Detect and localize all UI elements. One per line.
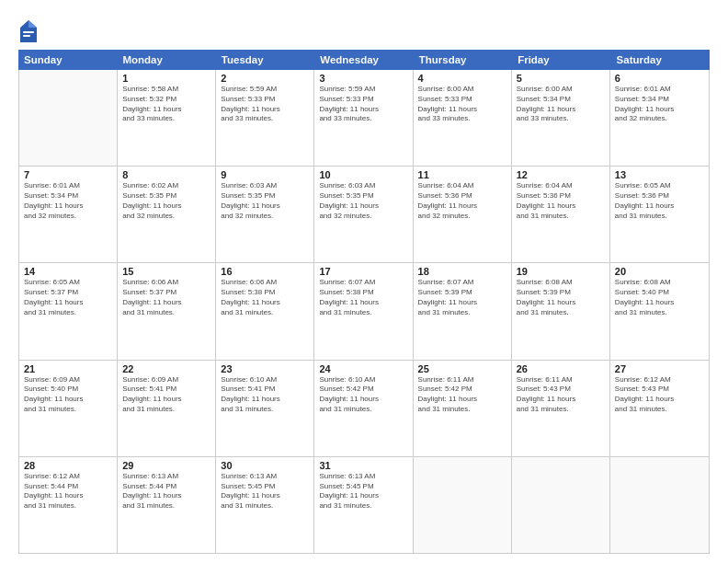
calendar-day-19: 19Sunrise: 6:08 AMSunset: 5:39 PMDayligh… [512, 263, 610, 359]
cell-info-line: Sunrise: 6:07 AM [418, 278, 506, 288]
cell-info-line: Sunset: 5:36 PM [418, 191, 506, 201]
cell-info-line: Sunrise: 6:11 AM [517, 375, 605, 385]
cell-info-line: Sunrise: 6:09 AM [24, 375, 112, 385]
cell-info-line: and 31 minutes. [122, 501, 210, 511]
cell-info-line: Sunrise: 6:11 AM [418, 375, 506, 385]
day-number: 8 [122, 169, 210, 180]
cell-info-line: Daylight: 11 hours [122, 298, 210, 308]
cell-info-line: and 31 minutes. [517, 405, 605, 415]
day-number: 15 [122, 266, 210, 277]
day-number: 30 [221, 460, 309, 471]
cell-info-line: Daylight: 11 hours [24, 298, 112, 308]
cell-info-line: and 33 minutes. [517, 114, 605, 124]
cell-info-line: and 31 minutes. [319, 308, 407, 318]
cell-info-line: Daylight: 11 hours [615, 298, 704, 308]
cell-info-line: Daylight: 11 hours [418, 395, 506, 405]
calendar-day-20: 20Sunrise: 6:08 AMSunset: 5:40 PMDayligh… [610, 263, 709, 359]
cell-info-line: and 33 minutes. [122, 114, 210, 124]
cell-info-line: and 32 minutes. [418, 212, 506, 222]
calendar-day-7: 7Sunrise: 6:01 AMSunset: 5:34 PMDaylight… [19, 167, 118, 262]
svg-rect-2 [23, 31, 34, 33]
cell-info-line: Sunrise: 6:13 AM [122, 472, 210, 482]
cell-info-line: Daylight: 11 hours [221, 201, 309, 212]
cell-info-line: Sunset: 5:44 PM [122, 482, 210, 492]
calendar: SundayMondayTuesdayWednesdayThursdayFrid… [18, 50, 710, 554]
cell-info-line: Sunset: 5:34 PM [24, 191, 112, 201]
cell-info-line: Sunset: 5:40 PM [24, 385, 112, 395]
day-number: 20 [615, 266, 704, 277]
cell-info-line: and 32 minutes. [122, 212, 210, 222]
cell-info-line: Sunset: 5:37 PM [24, 288, 112, 298]
calendar-week-3: 14Sunrise: 6:05 AMSunset: 5:37 PMDayligh… [19, 263, 709, 360]
cell-info-line: Sunrise: 6:03 AM [221, 181, 309, 191]
day-number: 24 [319, 363, 407, 374]
cell-info-line: and 31 minutes. [418, 308, 506, 318]
day-number: 11 [418, 169, 506, 180]
day-number: 23 [221, 363, 309, 374]
calendar-day-25: 25Sunrise: 6:11 AMSunset: 5:42 PMDayligh… [414, 361, 512, 456]
calendar-day-16: 16Sunrise: 6:06 AMSunset: 5:38 PMDayligh… [216, 263, 314, 359]
cell-info-line: Daylight: 11 hours [418, 201, 506, 212]
cell-info-line: Daylight: 11 hours [221, 298, 309, 308]
cell-info-line: and 31 minutes. [24, 501, 112, 511]
calendar-empty-cell [414, 457, 512, 553]
cell-info-line: Sunset: 5:42 PM [418, 385, 506, 395]
day-number: 26 [517, 363, 605, 374]
calendar-body-wrap: 1Sunrise: 5:58 AMSunset: 5:32 PMDaylight… [18, 70, 710, 554]
cell-info-line: Sunset: 5:35 PM [122, 191, 210, 201]
header-day-saturday: Saturday [611, 50, 710, 70]
calendar-day-3: 3Sunrise: 5:59 AMSunset: 5:33 PMDaylight… [314, 70, 413, 166]
day-number: 4 [418, 73, 506, 84]
cell-info-line: Sunrise: 6:06 AM [122, 278, 210, 288]
day-number: 18 [418, 266, 506, 277]
cell-info-line: and 31 minutes. [221, 501, 309, 511]
cell-info-line: Sunrise: 6:08 AM [517, 278, 605, 288]
cell-info-line: and 32 minutes. [24, 212, 112, 222]
calendar-day-13: 13Sunrise: 6:05 AMSunset: 5:36 PMDayligh… [610, 167, 709, 262]
calendar-day-22: 22Sunrise: 6:09 AMSunset: 5:41 PMDayligh… [118, 361, 216, 456]
svg-marker-1 [28, 20, 37, 28]
cell-info-line: Daylight: 11 hours [319, 298, 407, 308]
cell-info-line: Sunrise: 6:12 AM [615, 375, 704, 385]
cell-info-line: and 31 minutes. [615, 308, 704, 318]
cell-info-line: Sunrise: 5:59 AM [319, 85, 407, 95]
cell-info-line: Sunrise: 6:07 AM [319, 278, 407, 288]
cell-info-line: Daylight: 11 hours [319, 201, 407, 212]
calendar-empty-cell [19, 70, 118, 166]
cell-info-line: and 31 minutes. [517, 212, 605, 222]
calendar-empty-cell [610, 457, 709, 553]
logo-icon [18, 18, 39, 44]
cell-info-line: Daylight: 11 hours [24, 491, 112, 501]
cell-info-line: Sunset: 5:38 PM [221, 288, 309, 298]
cell-info-line: Sunrise: 6:04 AM [418, 181, 506, 191]
cell-info-line: and 31 minutes. [122, 308, 210, 318]
calendar-day-17: 17Sunrise: 6:07 AMSunset: 5:38 PMDayligh… [314, 263, 413, 359]
cell-info-line: Sunrise: 5:58 AM [122, 85, 210, 95]
calendar-empty-cell [512, 457, 610, 553]
cell-info-line: Sunset: 5:35 PM [221, 191, 309, 201]
cell-info-line: Daylight: 11 hours [122, 105, 210, 115]
calendar-day-31: 31Sunrise: 6:13 AMSunset: 5:45 PMDayligh… [314, 457, 413, 553]
cell-info-line: and 31 minutes. [615, 212, 704, 222]
cell-info-line: Daylight: 11 hours [319, 491, 407, 501]
cell-info-line: Daylight: 11 hours [615, 105, 704, 115]
calendar-day-11: 11Sunrise: 6:04 AMSunset: 5:36 PMDayligh… [414, 167, 512, 262]
cell-info-line: and 31 minutes. [24, 308, 112, 318]
calendar-day-1: 1Sunrise: 5:58 AMSunset: 5:32 PMDaylight… [118, 70, 216, 166]
cell-info-line: and 31 minutes. [221, 308, 309, 318]
cell-info-line: Sunrise: 6:10 AM [319, 375, 407, 385]
cell-info-line: and 31 minutes. [517, 308, 605, 318]
day-number: 7 [24, 169, 112, 180]
day-number: 22 [122, 363, 210, 374]
calendar-day-14: 14Sunrise: 6:05 AMSunset: 5:37 PMDayligh… [19, 263, 118, 359]
cell-info-line: Sunset: 5:35 PM [319, 191, 407, 201]
cell-info-line: Daylight: 11 hours [615, 201, 704, 212]
cell-info-line: and 33 minutes. [221, 114, 309, 124]
cell-info-line: and 31 minutes. [24, 405, 112, 415]
cell-info-line: Sunrise: 6:05 AM [615, 181, 704, 191]
calendar-day-30: 30Sunrise: 6:13 AMSunset: 5:45 PMDayligh… [216, 457, 314, 553]
calendar-body: 1Sunrise: 5:58 AMSunset: 5:32 PMDaylight… [19, 70, 709, 553]
cell-info-line: Daylight: 11 hours [418, 105, 506, 115]
cell-info-line: Sunrise: 6:01 AM [24, 181, 112, 191]
calendar-week-1: 1Sunrise: 5:58 AMSunset: 5:32 PMDaylight… [19, 70, 709, 167]
